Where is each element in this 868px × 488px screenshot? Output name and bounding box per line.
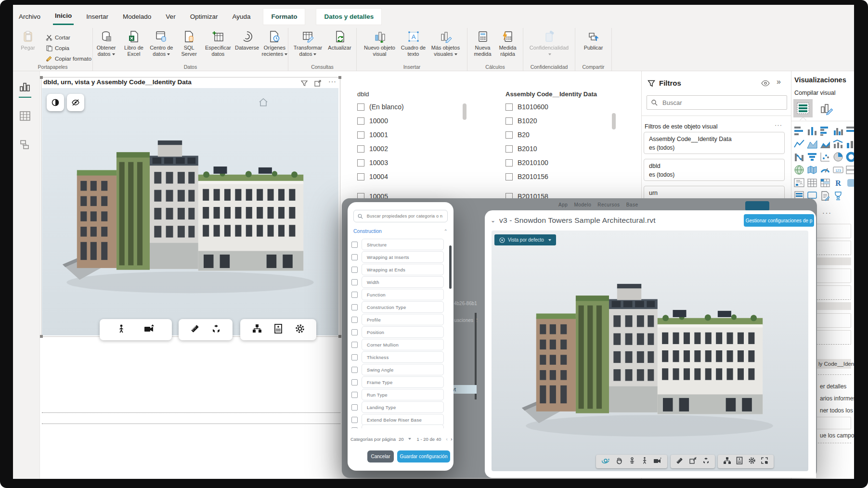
checkbox[interactable] xyxy=(505,131,513,139)
checkbox[interactable] xyxy=(351,329,358,335)
section-button[interactable] xyxy=(689,457,697,467)
property-item[interactable]: Profile xyxy=(362,314,444,325)
checkbox[interactable] xyxy=(357,159,364,167)
get-data-button[interactable]: Obtener datos xyxy=(93,29,119,64)
building-model[interactable] xyxy=(515,245,784,442)
visual-icon-card[interactable]: 123 xyxy=(832,164,843,175)
filter-card-dbld[interactable]: dbldes (todos) xyxy=(644,159,785,181)
filters-search-input[interactable] xyxy=(661,99,774,107)
checkbox[interactable] xyxy=(351,292,358,298)
property-item[interactable]: Width xyxy=(362,276,444,288)
checkbox[interactable] xyxy=(351,392,358,398)
forge-viewer[interactable]: Vista por defecto xyxy=(492,231,808,471)
visual-icon-funnel[interactable] xyxy=(806,151,817,162)
checkbox[interactable] xyxy=(351,267,358,273)
visual-more-options[interactable]: ··· xyxy=(328,77,337,85)
visual-icon-stacked-area[interactable] xyxy=(819,138,830,149)
visual-icon-donut[interactable] xyxy=(845,151,854,162)
resize-handle[interactable] xyxy=(338,335,341,338)
default-view-chip[interactable]: Vista por defecto xyxy=(494,234,556,245)
pan-button[interactable] xyxy=(615,457,623,466)
sensitivity-button[interactable]: Confidencialidad xyxy=(526,29,572,64)
building-model[interactable] xyxy=(55,102,325,299)
collapse-panel-button[interactable]: » xyxy=(777,77,781,86)
property-item[interactable]: Structure xyxy=(362,239,444,250)
refresh-button[interactable]: Actualizar xyxy=(326,29,354,64)
excel-workbook-button[interactable]: Libro deExcel xyxy=(120,29,147,64)
explode-button[interactable] xyxy=(211,323,221,336)
manage-settings-button[interactable]: Gestionar configuraciones de p xyxy=(744,214,814,227)
cancel-button[interactable]: Cancelar xyxy=(367,450,394,462)
visual-icon-python[interactable] xyxy=(845,177,854,188)
slicer-item[interactable]: B1020 xyxy=(505,117,537,125)
checkbox[interactable] xyxy=(351,417,358,423)
checkbox[interactable] xyxy=(357,145,364,153)
3d-viewer-visual[interactable]: dbld, urn, vista y Assembly Code__Identi… xyxy=(41,77,340,337)
slicer-item[interactable]: 10000 xyxy=(357,117,388,125)
eye-icon[interactable] xyxy=(761,80,770,89)
property-item[interactable]: Thickness xyxy=(362,351,444,363)
recent-sources-button[interactable]: Orígenes recientes xyxy=(261,29,288,64)
visual-icon-gauge[interactable] xyxy=(819,164,830,175)
cut-button[interactable]: Cortar xyxy=(46,32,91,43)
camera-button[interactable] xyxy=(653,457,662,466)
model-view-button[interactable] xyxy=(19,139,31,153)
filter-icon[interactable] xyxy=(300,79,308,89)
checkbox[interactable] xyxy=(505,145,513,153)
checkbox[interactable] xyxy=(351,242,358,248)
visual-icon-table[interactable] xyxy=(806,177,817,188)
tab-formato[interactable]: Formato xyxy=(263,8,305,25)
page-size-value[interactable]: 20 xyxy=(399,437,404,442)
camera-button[interactable] xyxy=(143,324,155,335)
tab-ayuda[interactable]: Ayuda xyxy=(230,9,252,25)
viewer-canvas[interactable] xyxy=(42,88,338,335)
first-person-button[interactable] xyxy=(641,457,648,466)
tab-optimizar[interactable]: Optimizar xyxy=(188,9,220,25)
measure-button[interactable] xyxy=(675,457,684,467)
slicer-scrollbar[interactable] xyxy=(463,103,466,120)
checkbox[interactable] xyxy=(505,103,513,111)
focus-mode-icon[interactable] xyxy=(314,79,322,89)
slicer-item[interactable]: 10002 xyxy=(357,145,388,153)
quick-measure-button[interactable]: Medidarápida xyxy=(496,29,520,64)
checkbox[interactable] xyxy=(351,427,358,429)
property-item[interactable]: Frame Type xyxy=(362,376,444,388)
measure-button[interactable] xyxy=(190,323,200,336)
tab-insertar[interactable]: Insertar xyxy=(84,9,110,25)
checkbox[interactable] xyxy=(351,367,358,373)
copy-button[interactable]: Copia xyxy=(46,43,91,53)
fullscreen-button[interactable] xyxy=(761,457,768,466)
text-box-button[interactable]: A Cuadro detexto xyxy=(400,29,428,64)
paste-button[interactable]: Pegar xyxy=(14,29,42,64)
property-item[interactable]: Position xyxy=(362,326,444,338)
report-view-button[interactable] xyxy=(19,81,31,98)
property-item[interactable]: Corner Mullion xyxy=(362,339,444,350)
checkbox[interactable] xyxy=(351,354,358,360)
visual-icon-ribbon[interactable] xyxy=(793,151,804,162)
checkbox[interactable] xyxy=(351,317,358,323)
dataverse-button[interactable]: Dataverse xyxy=(233,29,260,64)
checkbox[interactable] xyxy=(357,173,364,180)
slicer-item[interactable]: B2010100 xyxy=(505,159,548,167)
visual-icon-paginated-report[interactable] xyxy=(819,190,830,201)
next-page-button[interactable]: › xyxy=(451,436,453,442)
visual-icon-stacked-column[interactable] xyxy=(806,125,817,136)
visual-icon-power-apps[interactable] xyxy=(832,190,843,201)
properties-button[interactable] xyxy=(736,457,743,466)
visual-icon-multirow-card[interactable] xyxy=(845,164,854,175)
visual-icon-clustered-bar[interactable] xyxy=(819,125,830,136)
checkbox[interactable] xyxy=(505,117,513,125)
resize-handle[interactable] xyxy=(40,76,43,79)
transform-data-button[interactable]: Transformar datos xyxy=(291,29,325,64)
slicer-item[interactable]: B2010 xyxy=(505,145,537,153)
slicer-scrollbar[interactable] xyxy=(612,113,616,129)
visual-icon-matrix[interactable] xyxy=(819,177,830,188)
property-item[interactable]: Function xyxy=(362,289,444,300)
tab-archivo[interactable]: Archivo xyxy=(17,9,42,25)
checkbox[interactable] xyxy=(357,103,364,111)
first-person-button[interactable] xyxy=(117,324,126,335)
format-painter-button[interactable]: Copiar formato xyxy=(46,53,91,64)
checkbox[interactable] xyxy=(351,279,358,285)
visual-icon-kpi[interactable] xyxy=(793,177,804,188)
model-browser-button[interactable] xyxy=(252,323,262,336)
